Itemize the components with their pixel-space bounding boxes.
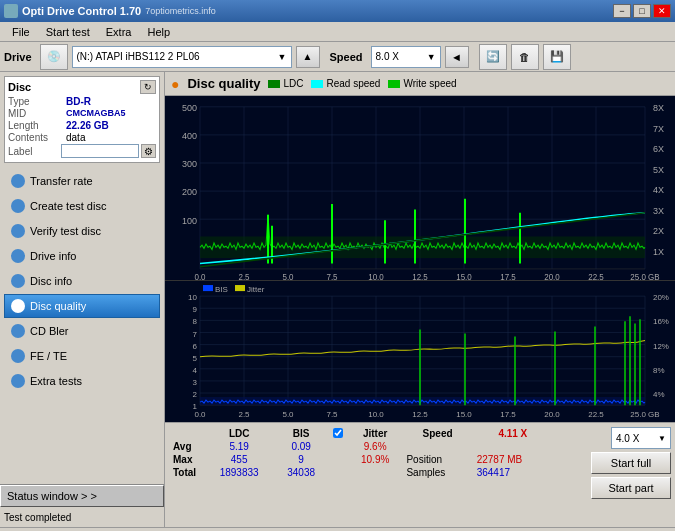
disc-panel: Disc ↻ Type BD-R MID CMCMAGBA5 Length 22… xyxy=(4,76,160,163)
start-part-button[interactable]: Start part xyxy=(591,477,671,499)
sidebar-item-disc-info[interactable]: Disc info xyxy=(4,269,160,293)
chart-header: ● Disc quality LDC Read speed Write spee… xyxy=(165,72,675,96)
sidebar-item-disc-quality[interactable]: Disc quality xyxy=(4,294,160,318)
svg-text:2X: 2X xyxy=(653,226,665,236)
menu-start-test[interactable]: Start test xyxy=(38,24,98,40)
svg-text:22.5: 22.5 xyxy=(588,410,604,419)
stats-speed-label-max xyxy=(402,440,472,453)
svg-text:7X: 7X xyxy=(653,123,665,133)
sidebar: Disc ↻ Type BD-R MID CMCMAGBA5 Length 22… xyxy=(0,72,165,527)
refresh-btn[interactable]: 🔄 xyxy=(479,44,507,70)
stats-label-avg: Avg xyxy=(169,440,204,453)
disc-panel-title: Disc xyxy=(8,81,31,93)
test-completed-bar: Test completed xyxy=(0,507,164,527)
svg-text:500: 500 xyxy=(182,103,197,113)
sidebar-item-cd-bler[interactable]: CD Bler xyxy=(4,319,160,343)
label-input[interactable] xyxy=(61,144,139,158)
main-layout: Disc ↻ Type BD-R MID CMCMAGBA5 Length 22… xyxy=(0,72,675,527)
sidebar-item-verify-test-disc[interactable]: Verify test disc xyxy=(4,219,160,243)
create-test-disc-label: Create test disc xyxy=(30,200,106,212)
minimize-button[interactable]: − xyxy=(613,4,631,18)
sidebar-item-transfer-rate[interactable]: Transfer rate xyxy=(4,169,160,193)
label-settings-btn[interactable]: ⚙ xyxy=(141,144,156,158)
extra-tests-icon xyxy=(11,374,25,388)
stats-row-avg: Avg 5.19 0.09 9.6% xyxy=(169,440,553,453)
speed-prev-btn[interactable]: ◄ xyxy=(445,46,469,68)
svg-text:400: 400 xyxy=(182,131,197,141)
stats-header-speed: Speed xyxy=(402,427,472,440)
sidebar-item-fe-te[interactable]: FE / TE xyxy=(4,344,160,368)
title-bar: Opti Drive Control 1.70 7optiometrics.in… xyxy=(0,0,675,22)
stats-header-jitter: Jitter xyxy=(348,427,402,440)
svg-text:2.5: 2.5 xyxy=(238,410,250,419)
drive-eject-btn[interactable]: ▲ xyxy=(296,46,320,68)
svg-text:3X: 3X xyxy=(653,205,665,215)
stats-row-total: Total 1893833 34038 Samples 364417 xyxy=(169,466,553,479)
start-full-button[interactable]: Start full xyxy=(591,452,671,474)
svg-text:12.5: 12.5 xyxy=(412,410,428,419)
svg-text:16%: 16% xyxy=(653,317,669,326)
stats-panel: LDC BIS Jitter Speed 4.11 X xyxy=(165,422,675,527)
maximize-button[interactable]: □ xyxy=(633,4,651,18)
svg-text:8: 8 xyxy=(193,317,198,326)
charts-container: 500 400 300 200 100 8X 7X 6X 5X 4X 3X 2X… xyxy=(165,96,675,422)
label-key: Label xyxy=(8,146,61,157)
svg-text:17.5: 17.5 xyxy=(500,410,516,419)
fe-te-label: FE / TE xyxy=(30,350,67,362)
speed-dropdown[interactable]: 4.0 X ▼ xyxy=(611,427,671,449)
close-button[interactable]: ✕ xyxy=(653,4,671,18)
status-window-btn[interactable]: Status window > > xyxy=(0,485,164,507)
svg-text:20.0: 20.0 xyxy=(544,271,560,279)
transfer-rate-icon xyxy=(11,174,25,188)
legend-read-speed-color xyxy=(311,80,323,88)
speed-dropdown-icon: ▼ xyxy=(658,434,666,443)
menu-extra[interactable]: Extra xyxy=(98,24,140,40)
sidebar-item-drive-info[interactable]: Drive info xyxy=(4,244,160,268)
erase-btn[interactable]: 🗑 xyxy=(511,44,539,70)
stats-bis-avg: 0.09 xyxy=(274,440,328,453)
svg-text:25.0 GB: 25.0 GB xyxy=(630,271,660,279)
cd-bler-icon xyxy=(11,324,25,338)
svg-text:200: 200 xyxy=(182,187,197,197)
drive-dropdown-arrow: ▼ xyxy=(278,52,287,62)
drive-bar: Drive 💿 (N:) ATAPI iHBS112 2 PL06 ▼ ▲ Sp… xyxy=(0,42,675,72)
legend-write-speed-color xyxy=(388,80,400,88)
svg-text:5X: 5X xyxy=(653,164,665,174)
menu-help[interactable]: Help xyxy=(139,24,178,40)
svg-text:BIS: BIS xyxy=(215,285,228,294)
stats-header-chk xyxy=(328,427,348,440)
disc-info-icon xyxy=(11,274,25,288)
svg-text:15.0: 15.0 xyxy=(456,410,472,419)
contents-val: data xyxy=(66,132,85,143)
legend-write-speed: Write speed xyxy=(388,78,456,89)
sidebar-item-create-test-disc[interactable]: Create test disc xyxy=(4,194,160,218)
stats-samples-label: Samples xyxy=(402,466,472,479)
stats-ldc-total: 1893833 xyxy=(204,466,274,479)
sidebar-item-extra-tests[interactable]: Extra tests xyxy=(4,369,160,393)
speed-avg-val: 4.11 X xyxy=(498,428,527,439)
stats-jitter-total xyxy=(348,466,402,479)
legend-ldc: LDC xyxy=(268,78,303,89)
drive-label: Drive xyxy=(4,51,32,63)
stats-label-total: Total xyxy=(169,466,204,479)
save-btn[interactable]: 💾 xyxy=(543,44,571,70)
svg-text:12%: 12% xyxy=(653,341,669,350)
length-val: 22.26 GB xyxy=(66,120,109,131)
speed-dropdown-arrow: ▼ xyxy=(427,52,436,62)
drive-select[interactable]: (N:) ATAPI iHBS112 2 PL06 ▼ xyxy=(72,46,292,68)
svg-text:2.5: 2.5 xyxy=(238,271,249,279)
menu-bar: File Start test Extra Help xyxy=(0,22,675,42)
svg-text:8X: 8X xyxy=(653,103,665,113)
drive-icon-btn[interactable]: 💿 xyxy=(40,44,68,70)
cd-bler-label: CD Bler xyxy=(30,325,69,337)
chart-title: Disc quality xyxy=(187,76,260,91)
jitter-checkbox[interactable] xyxy=(333,428,343,438)
create-test-disc-icon xyxy=(11,199,25,213)
svg-text:7: 7 xyxy=(193,329,198,338)
disc-refresh-btn[interactable]: ↻ xyxy=(140,80,156,94)
drive-info-label: Drive info xyxy=(30,250,76,262)
svg-text:1X: 1X xyxy=(653,247,665,257)
stats-position-label: Position xyxy=(402,453,472,466)
menu-file[interactable]: File xyxy=(4,24,38,40)
speed-select[interactable]: 8.0 X ▼ xyxy=(371,46,441,68)
